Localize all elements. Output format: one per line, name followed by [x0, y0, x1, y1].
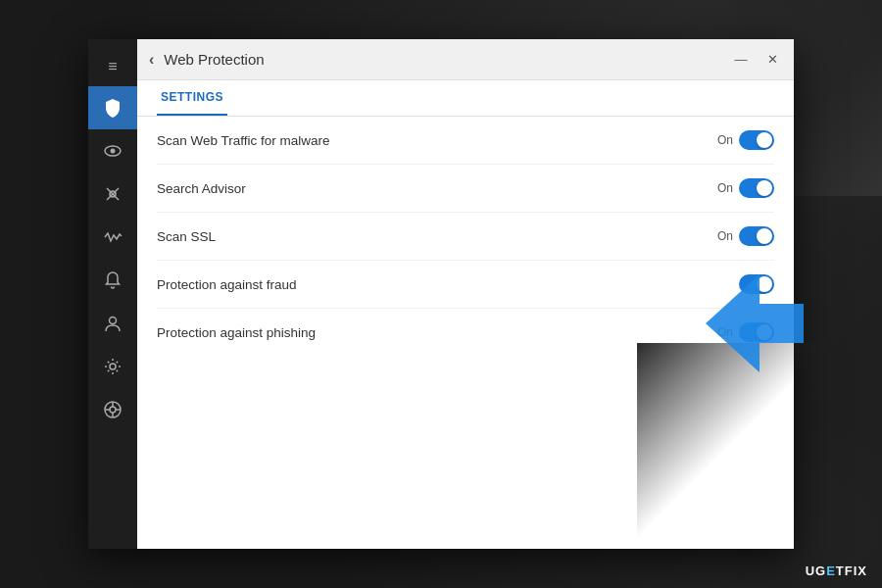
watermark-suffix: TFIX	[836, 564, 867, 578]
setting-row-scan-web: Scan Web Traffic for malware On	[157, 117, 774, 165]
window-controls: — ✕	[731, 50, 782, 70]
back-button[interactable]: ‹	[149, 51, 154, 69]
toggle-search-advisor[interactable]	[739, 178, 774, 198]
sidebar-item-gear[interactable]	[88, 345, 137, 388]
watermark-prefix: UG	[806, 564, 827, 578]
close-button[interactable]: ✕	[762, 50, 782, 70]
watermark-highlight: E	[826, 564, 836, 578]
sidebar-item-tools[interactable]	[88, 172, 137, 216]
hamburger-icon: ≡	[108, 58, 117, 75]
sidebar-item-user[interactable]	[88, 302, 137, 345]
toggle-phishing[interactable]	[739, 322, 774, 342]
tab-area: SETTINGS	[137, 80, 794, 117]
setting-row-search-advisor: Search Advisor On	[157, 165, 774, 213]
sidebar-item-help[interactable]	[88, 388, 137, 431]
minimize-button[interactable]: —	[731, 50, 751, 70]
setting-row-scan-ssl: Scan SSL On	[157, 213, 774, 261]
tools-icon	[103, 184, 122, 204]
setting-control-scan-web: On	[717, 130, 774, 150]
shield-icon: B	[103, 98, 122, 118]
main-content: ‹ Web Protection — ✕ SETTINGS Scan Web T…	[137, 39, 794, 549]
settings-list: Scan Web Traffic for malware On Search A…	[137, 117, 794, 549]
tab-settings[interactable]: SETTINGS	[157, 80, 227, 116]
window-title: Web Protection	[164, 51, 731, 68]
svg-point-6	[110, 318, 117, 324]
sidebar-hamburger[interactable]: ≡	[88, 47, 137, 86]
setting-row-fraud: Protection against fraud	[157, 261, 774, 309]
setting-control-scan-ssl: On	[717, 226, 774, 246]
setting-control-search-advisor: On	[717, 178, 774, 198]
app-container: ≡ B	[88, 39, 794, 549]
setting-label-scan-ssl: Scan SSL	[157, 229, 216, 244]
sidebar: ≡ B	[88, 39, 137, 549]
scan-ssl-state: On	[717, 229, 733, 243]
activity-icon	[103, 227, 122, 247]
setting-row-phishing: Protection against phishing On	[157, 309, 774, 356]
title-bar: ‹ Web Protection — ✕	[137, 39, 794, 80]
sidebar-item-eye[interactable]	[88, 129, 137, 172]
toggle-scan-ssl[interactable]	[739, 226, 774, 246]
sidebar-item-activity[interactable]	[88, 216, 137, 259]
setting-label-scan-web: Scan Web Traffic for malware	[157, 133, 330, 148]
sidebar-item-bell[interactable]	[88, 259, 137, 302]
eye-icon	[103, 141, 122, 161]
watermark: UGETFIX	[806, 564, 867, 578]
toggle-scan-web[interactable]	[739, 130, 774, 150]
setting-control-phishing: On	[717, 322, 774, 342]
setting-label-search-advisor: Search Advisor	[157, 181, 246, 196]
svg-point-9	[110, 407, 116, 413]
setting-label-phishing: Protection against phishing	[157, 325, 316, 340]
setting-label-fraud: Protection against fraud	[157, 277, 297, 292]
toggle-fraud[interactable]	[739, 274, 774, 294]
sidebar-item-shield[interactable]: B	[88, 86, 137, 129]
scan-web-state: On	[717, 133, 733, 147]
svg-text:B: B	[110, 105, 115, 112]
help-icon	[103, 400, 122, 419]
user-icon	[103, 314, 122, 333]
svg-point-7	[110, 364, 116, 369]
svg-point-2	[111, 149, 116, 154]
gear-icon	[103, 357, 122, 376]
phishing-state: On	[717, 325, 733, 339]
bell-icon	[103, 270, 122, 290]
setting-control-fraud	[733, 274, 774, 294]
search-advisor-state: On	[717, 181, 733, 195]
